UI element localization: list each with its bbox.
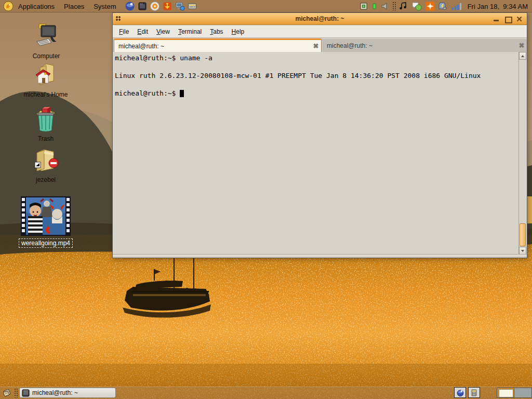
menu-tabs[interactable]: Tabs	[206, 26, 227, 37]
terminal-tabbar: micheal@ruth: ~ ✖ micheal@ruth: ~ ✖	[113, 38, 527, 52]
clock-applet[interactable]: Fri Jan 18, 9:34 AM	[466, 0, 530, 12]
window-menu-icon[interactable]	[116, 16, 121, 21]
file-cabinet-window-icon	[470, 389, 478, 397]
power-plug-icon[interactable]	[437, 1, 448, 11]
workspace-switcher	[497, 388, 532, 398]
tray-handle[interactable]	[392, 2, 396, 11]
tray-box-globe[interactable]	[454, 387, 466, 398]
desktop-icon-label: Trash	[17, 135, 74, 142]
menu-places[interactable]: Places	[59, 1, 89, 12]
distro-logo-icon[interactable]	[3, 1, 14, 11]
web-browser-icon[interactable]	[125, 1, 135, 11]
task-button-label: micheal@ruth: ~	[32, 389, 78, 396]
desktop-icon-jezebel[interactable]: jezebel	[17, 148, 74, 183]
scroll-up-icon[interactable]	[519, 52, 526, 60]
tab-close-icon[interactable]: ✖	[516, 42, 527, 49]
menu-system[interactable]: System	[89, 1, 121, 12]
tray-box-cabinet[interactable]	[468, 387, 480, 398]
taskbar-window-button[interactable]: micheal@ruth: ~	[19, 388, 116, 398]
menu-help[interactable]: Help	[228, 26, 249, 37]
desktop-screen: Applications Places System	[0, 0, 532, 399]
close-button[interactable]: ✕	[516, 16, 523, 22]
terminal-prompt: micheal@ruth:~$	[115, 89, 180, 97]
scroll-down-icon[interactable]	[519, 247, 526, 255]
tab-active[interactable]: micheal@ruth: ~ ✖	[114, 38, 322, 52]
terminal-cursor	[180, 90, 184, 97]
terminal-titlebar[interactable]: micheal@ruth: ~ ✕	[113, 13, 527, 25]
messenger-icon[interactable]	[410, 1, 423, 11]
terminal-scrollbar[interactable]	[518, 52, 526, 255]
home-folder-icon	[32, 62, 60, 88]
terminal-output[interactable]: micheal@ruth:~$ uname -a Linux ruth 2.6.…	[113, 52, 518, 255]
desktop-icon-video[interactable]: wereallgoing.mp4	[17, 196, 74, 248]
menu-terminal[interactable]: Terminal	[174, 26, 206, 37]
keyboard-launcher-icon[interactable]	[187, 1, 197, 11]
menu-file[interactable]: File	[115, 26, 133, 37]
desktop-icon-label: jezebel	[17, 176, 74, 183]
terminal-line: micheal@ruth:~$ uname -a	[115, 54, 212, 62]
terminal-line: Linux ruth 2.6.23.12-20080108-mcw-01 #1 …	[115, 72, 481, 79]
package-manager-icon[interactable]	[162, 1, 172, 11]
desktop-icon-label: wereallgoing.mp4	[19, 238, 73, 248]
alert-starburst-icon[interactable]	[425, 1, 435, 11]
tab-inactive[interactable]: micheal@ruth: ~ ✖	[323, 38, 527, 52]
tab-close-icon[interactable]: ✖	[311, 42, 321, 50]
menu-applications[interactable]: Applications	[14, 1, 59, 12]
trash-icon	[32, 105, 60, 132]
media-player-icon[interactable]	[150, 1, 160, 11]
desktop-icon-label: Computer	[18, 52, 75, 60]
volume-icon[interactable]	[380, 1, 390, 11]
music-notes-icon[interactable]	[398, 1, 408, 11]
network-signal-icon[interactable]	[450, 1, 462, 11]
desktop-icon-trash[interactable]: Trash	[17, 105, 74, 142]
desktop-icon-label: micheal's Home	[17, 91, 74, 98]
minimize-button[interactable]	[493, 16, 500, 22]
top-panel: Applications Places System	[0, 0, 532, 12]
folder-icon	[32, 148, 60, 174]
terminal-task-icon	[22, 389, 30, 397]
menu-edit[interactable]: Edit	[133, 26, 152, 37]
window-title: micheal@ruth: ~	[113, 15, 527, 22]
file-manager-icon[interactable]	[137, 1, 148, 11]
tray-windows	[454, 387, 480, 398]
battery-level-icon[interactable]	[371, 1, 378, 11]
tab-label: micheal@ruth: ~	[114, 43, 311, 50]
maximize-button[interactable]	[504, 16, 511, 22]
terminal-menubar: File Edit View Terminal Tabs Help	[113, 25, 527, 38]
terminal-window: micheal@ruth: ~ ✕ File Edit View Termina…	[112, 12, 527, 258]
panel-launchers	[125, 1, 197, 11]
window-resize-edge[interactable]	[113, 254, 527, 258]
card-reader-icon[interactable]	[359, 1, 369, 11]
network-computer-icon[interactable]	[175, 1, 185, 11]
bottom-panel: micheal@ruth: ~	[0, 387, 532, 399]
panel-handle[interactable]	[14, 388, 18, 397]
show-desktop-icon[interactable]	[2, 388, 12, 398]
menu-view[interactable]: View	[152, 26, 174, 37]
workspace-1-active[interactable]	[497, 388, 514, 398]
system-tray	[359, 0, 462, 12]
tab-label: micheal@ruth: ~	[323, 42, 516, 49]
desktop-icon-computer[interactable]: Computer	[18, 23, 75, 60]
globe-window-icon	[456, 389, 464, 397]
video-file-icon	[20, 196, 72, 236]
computer-icon	[33, 23, 60, 50]
desktop-icon-home[interactable]: micheal's Home	[17, 62, 74, 98]
scrollbar-thumb[interactable]	[520, 223, 526, 246]
workspace-2[interactable]	[514, 388, 532, 398]
